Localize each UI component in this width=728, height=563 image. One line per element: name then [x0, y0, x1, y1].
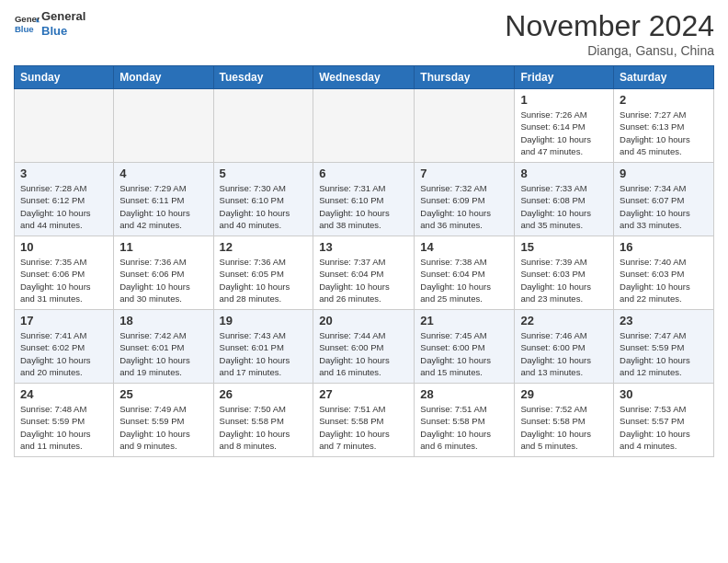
day-info: Sunrise: 7:52 AM Sunset: 5:58 PM Dayligh… — [520, 403, 608, 452]
calendar-cell — [213, 89, 313, 163]
day-header-sunday: Sunday — [15, 66, 114, 89]
calendar-cell — [415, 89, 515, 163]
calendar-cell: 19Sunrise: 7:43 AM Sunset: 6:01 PM Dayli… — [213, 310, 313, 384]
day-number: 20 — [319, 314, 408, 327]
day-info: Sunrise: 7:30 AM Sunset: 6:10 PM Dayligh… — [220, 182, 308, 231]
day-number: 13 — [319, 240, 408, 254]
day-number: 30 — [620, 387, 708, 401]
day-header-saturday: Saturday — [614, 66, 714, 89]
day-number: 7 — [420, 167, 508, 180]
calendar-cell: 11Sunrise: 7:36 AM Sunset: 6:06 PM Dayli… — [114, 236, 213, 310]
calendar-cell: 13Sunrise: 7:37 AM Sunset: 6:04 PM Dayli… — [313, 236, 415, 310]
svg-text:Blue: Blue — [15, 23, 34, 33]
calendar-cell: 26Sunrise: 7:50 AM Sunset: 5:58 PM Dayli… — [213, 384, 313, 457]
day-info: Sunrise: 7:26 AM Sunset: 6:14 PM Dayligh… — [520, 109, 608, 157]
calendar-week-2: 10Sunrise: 7:35 AM Sunset: 6:06 PM Dayli… — [15, 236, 714, 310]
day-header-thursday: Thursday — [415, 66, 515, 89]
day-number: 4 — [119, 167, 207, 180]
day-number: 10 — [20, 240, 108, 254]
calendar-cell: 6Sunrise: 7:31 AM Sunset: 6:10 PM Daylig… — [313, 163, 415, 236]
day-number: 9 — [620, 167, 708, 180]
day-info: Sunrise: 7:53 AM Sunset: 5:57 PM Dayligh… — [620, 403, 708, 452]
day-info: Sunrise: 7:50 AM Sunset: 5:58 PM Dayligh… — [220, 403, 308, 452]
calendar-cell: 5Sunrise: 7:30 AM Sunset: 6:10 PM Daylig… — [213, 163, 313, 236]
day-number: 25 — [119, 387, 207, 401]
day-number: 5 — [220, 167, 308, 180]
calendar-cell: 21Sunrise: 7:45 AM Sunset: 6:00 PM Dayli… — [415, 310, 515, 384]
header: General Blue General Blue November 2024 … — [14, 9, 714, 58]
day-info: Sunrise: 7:36 AM Sunset: 6:05 PM Dayligh… — [220, 256, 308, 304]
calendar-cell: 25Sunrise: 7:49 AM Sunset: 5:59 PM Dayli… — [114, 384, 213, 457]
day-info: Sunrise: 7:51 AM Sunset: 5:58 PM Dayligh… — [420, 403, 508, 452]
day-info: Sunrise: 7:43 AM Sunset: 6:01 PM Dayligh… — [220, 329, 308, 378]
day-number: 21 — [420, 314, 508, 327]
day-info: Sunrise: 7:49 AM Sunset: 5:59 PM Dayligh… — [119, 403, 207, 452]
day-number: 24 — [20, 387, 108, 401]
calendar-cell: 23Sunrise: 7:47 AM Sunset: 5:59 PM Dayli… — [614, 310, 714, 384]
day-info: Sunrise: 7:48 AM Sunset: 5:59 PM Dayligh… — [20, 403, 108, 452]
calendar-week-4: 24Sunrise: 7:48 AM Sunset: 5:59 PM Dayli… — [15, 384, 714, 457]
day-info: Sunrise: 7:39 AM Sunset: 6:03 PM Dayligh… — [520, 256, 608, 304]
day-info: Sunrise: 7:38 AM Sunset: 6:04 PM Dayligh… — [420, 256, 508, 304]
day-info: Sunrise: 7:32 AM Sunset: 6:09 PM Dayligh… — [420, 182, 508, 231]
calendar-cell — [114, 89, 213, 163]
calendar-cell: 2Sunrise: 7:27 AM Sunset: 6:13 PM Daylig… — [614, 89, 714, 163]
calendar-cell — [313, 89, 415, 163]
day-info: Sunrise: 7:41 AM Sunset: 6:02 PM Dayligh… — [20, 329, 108, 378]
calendar-cell: 12Sunrise: 7:36 AM Sunset: 6:05 PM Dayli… — [213, 236, 313, 310]
location: Dianga, Gansu, China — [505, 43, 714, 58]
calendar-cell: 14Sunrise: 7:38 AM Sunset: 6:04 PM Dayli… — [415, 236, 515, 310]
day-number: 22 — [520, 314, 608, 327]
calendar-cell: 16Sunrise: 7:40 AM Sunset: 6:03 PM Dayli… — [614, 236, 714, 310]
day-number: 11 — [119, 240, 207, 254]
day-number: 19 — [220, 314, 308, 327]
page: General Blue General Blue November 2024 … — [0, 0, 728, 471]
day-info: Sunrise: 7:27 AM Sunset: 6:13 PM Dayligh… — [620, 109, 708, 157]
calendar-cell: 22Sunrise: 7:46 AM Sunset: 6:00 PM Dayli… — [515, 310, 614, 384]
day-number: 23 — [620, 314, 708, 327]
calendar-cell: 8Sunrise: 7:33 AM Sunset: 6:08 PM Daylig… — [515, 163, 614, 236]
day-number: 29 — [520, 387, 608, 401]
calendar-header-row: SundayMondayTuesdayWednesdayThursdayFrid… — [15, 66, 714, 89]
calendar-cell: 4Sunrise: 7:29 AM Sunset: 6:11 PM Daylig… — [114, 163, 213, 236]
calendar-cell: 30Sunrise: 7:53 AM Sunset: 5:57 PM Dayli… — [614, 384, 714, 457]
day-number: 18 — [119, 314, 207, 327]
day-info: Sunrise: 7:28 AM Sunset: 6:12 PM Dayligh… — [20, 182, 108, 231]
day-number: 27 — [319, 387, 408, 401]
calendar-week-3: 17Sunrise: 7:41 AM Sunset: 6:02 PM Dayli… — [15, 310, 714, 384]
day-info: Sunrise: 7:33 AM Sunset: 6:08 PM Dayligh… — [520, 182, 608, 231]
day-header-monday: Monday — [114, 66, 213, 89]
calendar-cell: 28Sunrise: 7:51 AM Sunset: 5:58 PM Dayli… — [415, 384, 515, 457]
svg-text:General: General — [15, 14, 40, 24]
day-info: Sunrise: 7:42 AM Sunset: 6:01 PM Dayligh… — [119, 329, 207, 378]
day-info: Sunrise: 7:29 AM Sunset: 6:11 PM Dayligh… — [119, 182, 207, 231]
day-info: Sunrise: 7:36 AM Sunset: 6:06 PM Dayligh… — [119, 256, 207, 304]
day-number: 2 — [620, 93, 708, 107]
day-number: 28 — [420, 387, 508, 401]
calendar-cell: 9Sunrise: 7:34 AM Sunset: 6:07 PM Daylig… — [614, 163, 714, 236]
day-number: 1 — [520, 93, 608, 107]
calendar-week-0: 1Sunrise: 7:26 AM Sunset: 6:14 PM Daylig… — [15, 89, 714, 163]
day-number: 16 — [620, 240, 708, 254]
calendar-cell: 27Sunrise: 7:51 AM Sunset: 5:58 PM Dayli… — [313, 384, 415, 457]
day-number: 26 — [220, 387, 308, 401]
calendar-cell: 1Sunrise: 7:26 AM Sunset: 6:14 PM Daylig… — [515, 89, 614, 163]
logo-icon: General Blue — [14, 11, 40, 37]
calendar-cell: 7Sunrise: 7:32 AM Sunset: 6:09 PM Daylig… — [415, 163, 515, 236]
day-number: 17 — [20, 314, 108, 327]
day-info: Sunrise: 7:40 AM Sunset: 6:03 PM Dayligh… — [620, 256, 708, 304]
day-number: 3 — [20, 167, 108, 180]
day-number: 14 — [420, 240, 508, 254]
day-number: 15 — [520, 240, 608, 254]
day-header-tuesday: Tuesday — [213, 66, 313, 89]
month-title: November 2024 — [505, 9, 714, 43]
calendar-table: SundayMondayTuesdayWednesdayThursdayFrid… — [14, 65, 714, 457]
calendar-cell: 18Sunrise: 7:42 AM Sunset: 6:01 PM Dayli… — [114, 310, 213, 384]
calendar-cell: 24Sunrise: 7:48 AM Sunset: 5:59 PM Dayli… — [15, 384, 114, 457]
day-info: Sunrise: 7:47 AM Sunset: 5:59 PM Dayligh… — [620, 329, 708, 378]
calendar-cell: 17Sunrise: 7:41 AM Sunset: 6:02 PM Dayli… — [15, 310, 114, 384]
calendar-cell: 3Sunrise: 7:28 AM Sunset: 6:12 PM Daylig… — [15, 163, 114, 236]
title-block: November 2024 Dianga, Gansu, China — [505, 9, 714, 58]
day-info: Sunrise: 7:37 AM Sunset: 6:04 PM Dayligh… — [319, 256, 408, 304]
day-info: Sunrise: 7:34 AM Sunset: 6:07 PM Dayligh… — [620, 182, 708, 231]
